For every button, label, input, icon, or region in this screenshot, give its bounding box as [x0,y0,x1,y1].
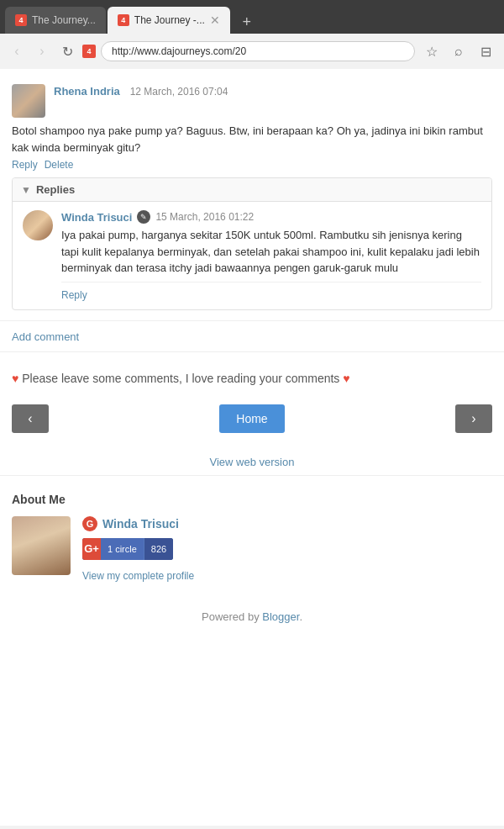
add-comment-section: Add comment [0,321,504,352]
gplus-icon: G [82,516,97,531]
reply-author-name[interactable]: Winda Trisuci [61,211,132,224]
love-message: ♥ Please leave some comments, I love rea… [0,352,504,396]
comment-meta: Rhena Indria 12 March, 2016 07:04 [54,84,492,98]
profile-info: G Winda Trisuci G+ 1 circle 826 View my … [82,516,492,582]
prev-page-button[interactable]: ‹ [12,404,49,433]
view-web-version-section: View web version [0,448,504,476]
gplus-circle-text: 1 circle [101,538,144,560]
comment-header: Rhena Indria 12 March, 2016 07:04 [12,84,492,118]
author-badge-icon: ✎ [137,210,150,224]
profile-row: G Winda Trisuci G+ 1 circle 826 View my … [12,516,492,582]
reply-text: Iya pakai pump, harganya sekitar 150K un… [61,227,481,277]
search-button[interactable]: ⌕ [447,40,470,63]
comment-block: Rhena Indria 12 March, 2016 07:04 Botol … [0,77,504,321]
replies-header[interactable]: ▼ Replies [13,178,491,202]
blogger-link[interactable]: Blogger [262,610,299,623]
reply-author-row: Winda Trisuci ✎ 15 March, 2016 01:22 [61,210,481,224]
reply-reply-link[interactable]: Reply [61,289,87,301]
powered-by-text: Powered by [202,610,260,623]
heart-right-icon: ♥ [343,372,349,385]
tab-favicon-2: 4 [118,14,129,26]
comment-date: 12 March, 2016 07:04 [130,86,228,98]
avatar-image [12,84,45,118]
profile-name-row: G Winda Trisuci [82,516,492,531]
replies-section: ▼ Replies Winda Trisuci ✎ 15 March, 2016… [12,177,492,310]
address-favicon: 4 [82,45,96,58]
comment-actions: Reply Delete [12,159,492,171]
page-content: Rhena Indria 12 March, 2016 07:04 Botol … [0,69,504,826]
tabs-bar: 4 The Journey... 4 The Journey -... ✕ + [0,0,504,34]
delete-link[interactable]: Delete [45,159,74,171]
add-comment-button[interactable]: Add comment [12,330,79,343]
reply-date: 15 March, 2016 01:22 [155,211,254,223]
browser-actions: ☆ ⌕ ⊟ [420,40,497,63]
browser-chrome: 4 The Journey... 4 The Journey -... ✕ + … [0,0,504,69]
profile-photo-image [12,516,71,575]
gplus-count: 826 [144,538,173,560]
url-input[interactable] [101,41,415,61]
address-bar: ‹ › ↻ 4 ☆ ⌕ ⊟ [0,34,504,69]
gplus-g-icon: G+ [82,538,101,560]
tab-active[interactable]: 4 The Journey -... ✕ [108,7,230,34]
tab-favicon-1: 4 [15,14,27,26]
profile-name-link[interactable]: Winda Trisuci [102,517,179,531]
about-me-section: About Me G Winda Trisuci G+ 1 circle 826… [0,476,504,594]
star-button[interactable]: ☆ [420,40,444,63]
love-message-text: Please leave some comments, I love readi… [22,372,343,385]
commenter-name[interactable]: Rhena Indria [54,85,120,98]
tab-label-1: The Journey... [32,14,96,26]
view-web-version-link[interactable]: View web version [210,456,295,468]
avatar [12,84,45,118]
next-page-button[interactable]: › [455,404,492,433]
about-me-title: About Me [12,493,492,506]
gplus-follow-row: G+ 1 circle 826 [82,538,492,560]
comment-text: Botol shampoo nya pake pump ya? Baguus. … [12,123,492,156]
powered-by-section: Powered by Blogger. [0,594,504,635]
tab-label-2: The Journey -... [134,14,205,26]
reply-link[interactable]: Reply [12,159,38,171]
reply-avatar-image [23,210,53,240]
pagination: ‹ Home › [0,396,504,441]
bookmark-button[interactable]: ⊟ [474,40,497,63]
chevron-down-icon: ▼ [21,184,31,196]
back-button[interactable]: ‹ [7,41,27,61]
profile-photo [12,516,71,575]
view-complete-profile-link[interactable]: View my complete profile [82,570,194,582]
reply-content: Winda Trisuci ✎ 15 March, 2016 01:22 Iya… [61,210,481,301]
tab-close-button[interactable]: ✕ [210,13,220,27]
reply-avatar [23,210,53,240]
home-button[interactable]: Home [219,404,284,433]
forward-button[interactable]: › [32,41,52,61]
refresh-button[interactable]: ↻ [57,41,77,61]
gplus-follow-button[interactable]: G+ 1 circle 826 [82,538,173,560]
heart-left-icon: ♥ [12,372,18,385]
powered-by-dot: . [299,610,302,623]
tab-inactive[interactable]: 4 The Journey... [5,7,106,34]
replies-label: Replies [36,183,75,196]
reply-action: Reply [61,282,481,301]
reply-item: Winda Trisuci ✎ 15 March, 2016 01:22 Iya… [13,202,491,309]
new-tab-button[interactable]: + [235,10,259,34]
